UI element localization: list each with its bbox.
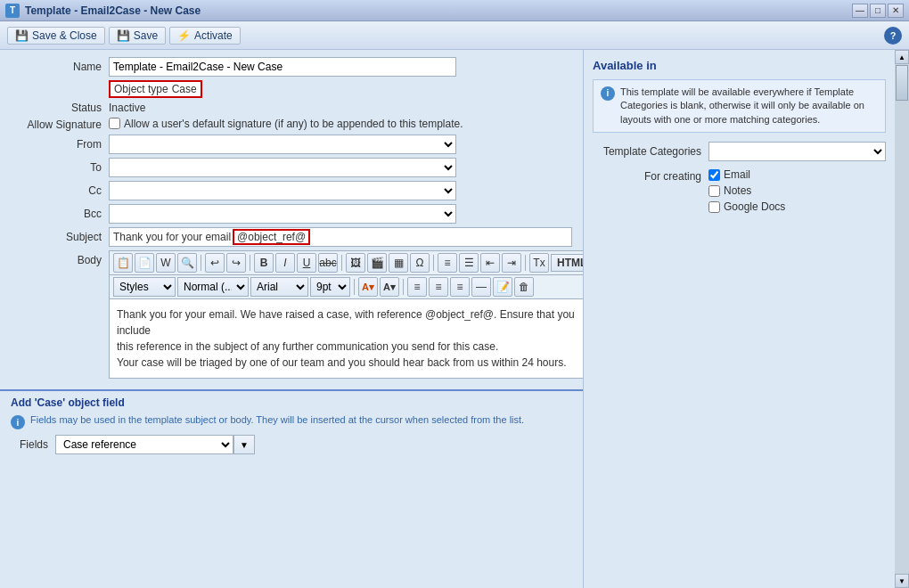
bold-btn[interactable]: B: [254, 253, 274, 273]
image-btn[interactable]: 🖼: [346, 253, 365, 273]
allow-signature-checkbox[interactable]: [109, 118, 120, 129]
fields-select[interactable]: Case reference Case number Subject Statu…: [55, 435, 233, 454]
bottom-info-text: Fields may be used in the template subje…: [30, 414, 524, 425]
available-in-info-box: i This template will be available everyw…: [593, 79, 886, 133]
name-field: [109, 57, 572, 77]
form-area: Name Object type Case: [0, 50, 583, 389]
highlight-btn[interactable]: A▾: [380, 277, 399, 297]
save-close-icon: 💾: [15, 29, 29, 42]
scroll-up-btn[interactable]: ▲: [895, 50, 909, 64]
template-categories-row: Template Categories: [593, 142, 886, 161]
from-select[interactable]: [109, 135, 456, 154]
from-label: From: [11, 138, 109, 151]
minimize-button[interactable]: —: [852, 4, 868, 18]
available-in-info-icon: i: [601, 86, 615, 101]
email-checkbox[interactable]: [708, 169, 720, 181]
ordered-list-btn[interactable]: ≡: [438, 253, 457, 273]
template-categories-label: Template Categories: [593, 145, 708, 158]
save-button[interactable]: 💾 Save: [109, 27, 166, 45]
google-docs-checkbox-label: Google Docs: [724, 200, 785, 213]
undo-btn[interactable]: ↩: [205, 253, 225, 273]
left-scroll-area: Name Object type Case: [0, 50, 583, 588]
right-panel: Available in i This template will be ava…: [583, 50, 895, 588]
editor-toolbar-2: Styles Normal (... Arial 9pt: [109, 274, 583, 298]
italic-btn[interactable]: I: [275, 253, 295, 273]
maximize-button[interactable]: □: [870, 4, 886, 18]
font-color-btn[interactable]: A▾: [358, 277, 378, 297]
body-label: Body: [11, 250, 109, 266]
to-label: To: [11, 161, 109, 174]
to-select[interactable]: [109, 158, 456, 177]
notes-checkbox[interactable]: [708, 185, 720, 197]
paste-plain-btn[interactable]: 📋: [113, 253, 133, 273]
email-checkbox-label: Email: [724, 168, 750, 181]
remove-format-btn[interactable]: Tx: [529, 253, 549, 273]
align-left-btn[interactable]: ≡: [407, 277, 427, 297]
paste-html-btn[interactable]: 📄: [135, 253, 154, 273]
available-in-title: Available in: [593, 59, 886, 72]
indent-more-btn[interactable]: ⇥: [502, 253, 521, 273]
font-select[interactable]: Arial: [250, 277, 308, 297]
name-label: Name: [11, 61, 109, 73]
google-docs-checkbox[interactable]: [708, 201, 720, 213]
help-button[interactable]: ?: [884, 27, 902, 45]
status-label: Status: [11, 102, 109, 114]
media-btn[interactable]: 🎬: [367, 253, 387, 273]
subject-token: @object_ref@: [233, 229, 310, 245]
cc-select[interactable]: [109, 181, 456, 200]
title-bar: T Template - Email2Case - New Case — □ ✕: [0, 0, 909, 21]
strikethrough-btn[interactable]: abc: [318, 253, 338, 273]
redo-btn[interactable]: ↪: [226, 253, 246, 273]
fields-arrow-btn[interactable]: ▼: [233, 435, 255, 454]
activate-icon: ⚡: [177, 29, 191, 42]
vertical-scrollbar[interactable]: ▲ ▼: [895, 50, 909, 588]
subject-row: Subject Thank you for your email @object…: [11, 227, 572, 247]
copy-format-btn[interactable]: 📝: [493, 277, 512, 297]
from-row: From: [11, 135, 572, 154]
cc-label: Cc: [11, 184, 109, 197]
indent-less-btn[interactable]: ⇤: [480, 253, 500, 273]
save-icon: 💾: [117, 29, 130, 42]
subject-content[interactable]: Thank you for your email @object_ref@: [109, 227, 572, 247]
scroll-track: [895, 64, 909, 574]
editor-toolbar-1: 📋 📄 W 🔍 ↩ ↪ B I U a: [109, 250, 583, 274]
unordered-list-btn[interactable]: ☰: [459, 253, 479, 273]
allow-signature-row: Allow Signature Allow a user's default s…: [11, 118, 572, 131]
main-split: Name Object type Case: [0, 50, 909, 588]
lines-btn[interactable]: —: [471, 277, 491, 297]
underline-btn[interactable]: U: [297, 253, 316, 273]
window-title: Template - Email2Case - New Case: [25, 4, 852, 17]
special-char-btn[interactable]: Ω: [410, 253, 430, 273]
clear-format-btn[interactable]: 🗑: [514, 277, 534, 297]
allow-sig-text: Allow a user's default signature (if any…: [124, 118, 463, 130]
paragraph-select[interactable]: Normal (...: [177, 277, 249, 297]
scroll-thumb[interactable]: [896, 65, 908, 101]
object-type-value: Case: [172, 83, 197, 95]
styles-select[interactable]: Styles: [113, 277, 176, 297]
subject-text: Thank you for your email: [113, 231, 231, 243]
for-creating-label: For creating: [593, 168, 708, 183]
info-icon: i: [11, 415, 25, 429]
fields-row: Fields Case reference Case number Subjec…: [11, 435, 572, 454]
find-btn[interactable]: 🔍: [177, 253, 197, 273]
save-close-button[interactable]: 💾 Save & Close: [7, 27, 105, 45]
align-right-btn[interactable]: ≡: [450, 277, 470, 297]
align-center-btn[interactable]: ≡: [429, 277, 448, 297]
html-btn[interactable]: HTML: [551, 254, 583, 272]
activate-button[interactable]: ⚡ Activate: [169, 27, 241, 45]
scroll-down-btn[interactable]: ▼: [895, 574, 909, 588]
table-btn[interactable]: ▦: [389, 253, 408, 273]
allow-sig-label: Allow Signature: [11, 118, 109, 131]
name-input[interactable]: [109, 57, 456, 77]
window-controls: — □ ✕: [852, 4, 904, 18]
editor-content[interactable]: Thank you for your email. We have raised…: [109, 298, 583, 379]
bcc-select[interactable]: [109, 204, 456, 224]
paste-word-btn[interactable]: W: [156, 253, 176, 273]
body-line-2: this reference in the subject of any fur…: [117, 339, 583, 355]
template-categories-select[interactable]: [708, 142, 886, 161]
bcc-label: Bcc: [11, 208, 109, 220]
body-row: Body 📋 📄 W 🔍 ↩ ↪: [11, 250, 572, 379]
bottom-panel: Add 'Case' object field i Fields may be …: [0, 389, 583, 461]
close-button[interactable]: ✕: [888, 4, 904, 18]
size-select[interactable]: 9pt: [310, 277, 350, 297]
